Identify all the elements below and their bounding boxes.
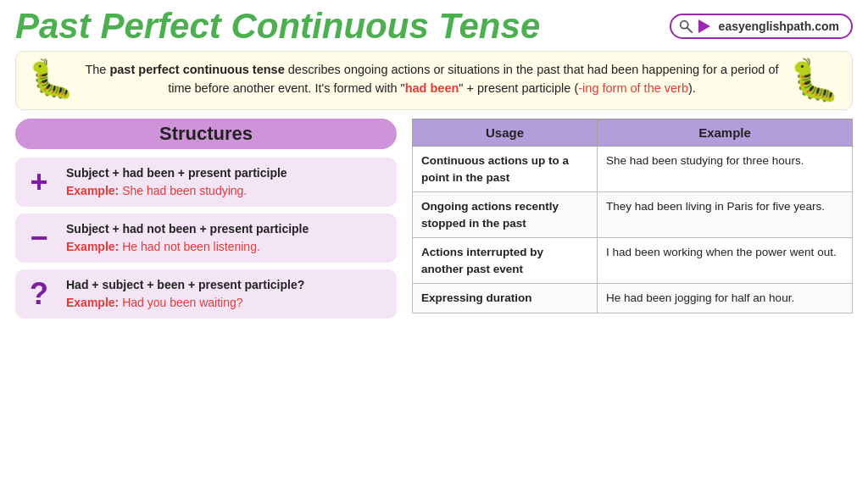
question-rule: Had + subject + been + present participl… [66,278,304,291]
intro-section: 🐛 The past perfect continuous tense desc… [15,51,853,110]
bottom-section: Structures + Subject + had been + presen… [15,119,853,325]
structure-text-negative: Subject + had not been + present partici… [66,220,309,256]
structure-text-question: Had + subject + been + present participl… [66,276,304,312]
positive-symbol: + [24,167,54,197]
main-container: Past Perfect Continuous Tense easyenglis… [0,0,868,488]
usage-cell-2: Actions interrupted by another past even… [413,238,598,284]
usage-table: Usage Example Continuous actions up to a… [412,119,853,313]
col-header-example: Example [597,119,852,147]
positive-rule: Subject + had been + present participle [66,166,287,180]
structure-row-positive: + Subject + had been + present participl… [15,158,397,207]
structures-panel: Structures + Subject + had been + presen… [15,119,397,325]
col-header-usage: Usage [413,119,598,147]
example-cell-0: She had been studying for three hours. [597,147,852,192]
negative-example-label: Example: [66,240,119,253]
positive-example-label: Example: [66,184,119,197]
structure-row-negative: − Subject + had not been + present parti… [15,214,397,263]
negative-symbol: − [24,223,54,253]
question-example-label: Example: [66,296,119,309]
example-cell-1: They had been living in Paris for five y… [597,192,852,238]
negative-rule: Subject + had not been + present partici… [66,222,309,236]
question-example: Had you been waiting? [122,296,242,309]
example-cell-3: He had been jogging for half an hour. [597,284,852,313]
question-symbol: ? [24,279,54,309]
intro-text: The past perfect continuous tense descri… [83,60,781,98]
worm-left-icon: 🐛 [28,60,75,97]
positive-example: She had been studying. [122,184,247,197]
structure-row-question: ? Had + subject + been + present partici… [15,269,397,319]
negative-example: He had not been listening. [122,240,260,253]
usage-cell-1: Ongoing actions recently stopped in the … [413,192,598,238]
usage-table-panel: Usage Example Continuous actions up to a… [412,119,853,313]
usage-cell-3: Expressing duration [413,284,598,313]
table-row: Continuous actions up to a point in the … [413,147,853,192]
table-row: Ongoing actions recently stopped in the … [413,192,853,238]
table-row: Actions interrupted by another past even… [413,238,853,284]
table-row: Expressing duration He had been jogging … [413,284,853,313]
example-cell-2: I had been working when the power went o… [597,238,852,284]
page-title: Past Perfect Continuous Tense [15,8,540,44]
structure-text-positive: Subject + had been + present participle … [66,164,287,200]
website-badge: easyenglishpath.com [670,14,853,39]
search-icon [678,19,693,34]
structures-title: Structures [15,119,397,149]
worm-right-icon: 🐛 [789,60,840,101]
svg-line-1 [687,28,691,32]
header: Past Perfect Continuous Tense easyenglis… [15,8,853,44]
website-url: easyenglishpath.com [719,19,839,33]
usage-cell-0: Continuous actions up to a point in the … [413,147,598,192]
arrow-icon [698,19,710,33]
